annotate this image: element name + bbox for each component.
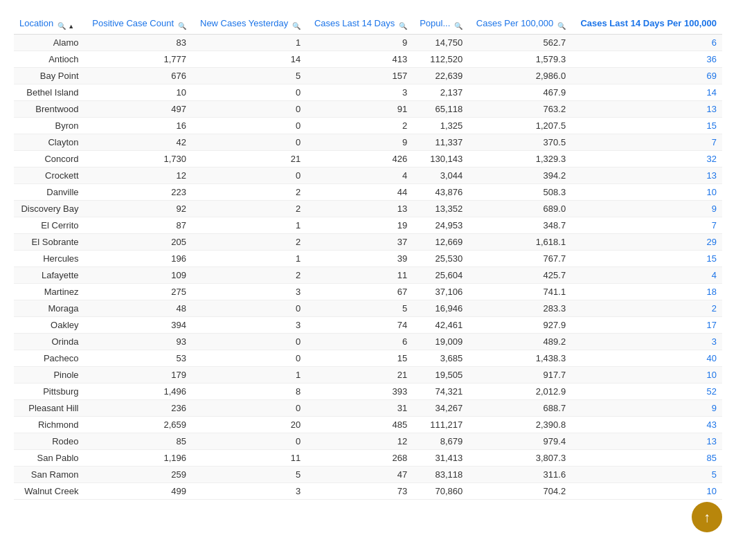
cell-cases_last_14_days_per_100000-15: 18	[571, 283, 722, 300]
cell-popul-5: 1,325	[413, 117, 468, 134]
cell-cases_last_14_days-0: 9	[306, 34, 413, 51]
cell-cases_per_100000-19: 1,438.3	[468, 350, 571, 366]
cell-popul-1: 112,520	[413, 51, 468, 67]
cell-cases_last_14_days_per_100000-21: 52	[571, 383, 722, 399]
cell-popul-15: 37,106	[413, 283, 468, 300]
cell-location-2: Bay Point	[14, 67, 84, 84]
cell-new_cases_yesterday-0: 1	[192, 34, 306, 51]
search-icon-popul[interactable]: 🔍	[454, 22, 463, 30]
cell-location-25: San Pablo	[14, 449, 84, 466]
cell-positive_case_count-27: 499	[84, 482, 192, 499]
cell-cases_last_14_days-3: 3	[306, 84, 413, 100]
cell-popul-9: 43,876	[413, 183, 468, 200]
cell-cases_last_14_days-21: 393	[306, 383, 413, 399]
cell-positive_case_count-22: 236	[84, 399, 192, 416]
cell-cases_per_100000-6: 370.5	[468, 134, 571, 150]
cell-popul-20: 19,505	[413, 366, 468, 383]
cell-cases_last_14_days_per_100000-17: 17	[571, 316, 722, 333]
table-row: Pacheco530153,6851,438.340	[14, 350, 722, 366]
cell-positive_case_count-9: 223	[84, 183, 192, 200]
search-icon-cases_last_14_days[interactable]: 🔍	[399, 22, 407, 30]
cell-location-19: Pacheco	[14, 350, 84, 366]
cell-new_cases_yesterday-4: 0	[192, 100, 306, 117]
cell-cases_per_100000-21: 2,012.9	[468, 383, 571, 399]
sort-icon-location[interactable]: ▲	[68, 23, 74, 30]
cell-cases_per_100000-0: 562.7	[468, 34, 571, 51]
table-row: Concord1,73021426130,1431,329.332	[14, 150, 722, 167]
cell-popul-16: 16,946	[413, 300, 468, 316]
table-row: Brentwood49709165,118763.213	[14, 100, 722, 117]
cell-location-13: Hercules	[14, 250, 84, 267]
cell-cases_per_100000-27: 704.2	[468, 482, 571, 499]
scroll-to-top-button[interactable]: ↑	[692, 502, 722, 532]
search-icon-new_cases_yesterday[interactable]: 🔍	[292, 22, 300, 30]
cell-cases_last_14_days-8: 4	[306, 167, 413, 183]
cell-cases_last_14_days-15: 67	[306, 283, 413, 300]
cell-cases_per_100000-22: 688.7	[468, 399, 571, 416]
cell-cases_last_14_days-2: 157	[306, 67, 413, 84]
cell-cases_last_14_days-18: 6	[306, 333, 413, 350]
cell-cases_last_14_days-9: 44	[306, 183, 413, 200]
search-icon-positive_case_count[interactable]: 🔍	[178, 22, 186, 30]
cell-positive_case_count-6: 42	[84, 134, 192, 150]
cell-location-20: Pinole	[14, 366, 84, 383]
cell-new_cases_yesterday-24: 0	[192, 433, 306, 449]
cell-cases_last_14_days_per_100000-22: 9	[571, 399, 722, 416]
cell-popul-3: 2,137	[413, 84, 468, 100]
cell-popul-26: 83,118	[413, 466, 468, 482]
cell-new_cases_yesterday-5: 0	[192, 117, 306, 134]
cell-location-4: Brentwood	[14, 100, 84, 117]
cell-positive_case_count-17: 394	[84, 316, 192, 333]
table-row: Walnut Creek49937370,860704.210	[14, 482, 722, 499]
table-row: Moraga480516,946283.32	[14, 300, 722, 316]
cell-popul-10: 13,352	[413, 200, 468, 217]
cell-cases_per_100000-3: 467.9	[468, 84, 571, 100]
table-row: El Sobrante20523712,6691,618.129	[14, 233, 722, 250]
cell-new_cases_yesterday-6: 0	[192, 134, 306, 150]
cell-cases_last_14_days_per_100000-6: 7	[571, 134, 722, 150]
cell-positive_case_count-15: 275	[84, 283, 192, 300]
table-row: San Pablo1,1961126831,4133,807.385	[14, 449, 722, 466]
cell-positive_case_count-13: 196	[84, 250, 192, 267]
cell-new_cases_yesterday-16: 0	[192, 300, 306, 316]
cell-location-23: Richmond	[14, 416, 84, 433]
cell-cases_per_100000-18: 489.2	[468, 333, 571, 350]
table-row: Pleasant Hill23603134,267688.79	[14, 399, 722, 416]
table-row: Orinda930619,009489.23	[14, 333, 722, 350]
search-icon-cases_per_100000[interactable]: 🔍	[557, 22, 566, 30]
cell-positive_case_count-5: 16	[84, 117, 192, 134]
cell-new_cases_yesterday-8: 0	[192, 167, 306, 183]
cell-cases_last_14_days_per_100000-5: 15	[571, 117, 722, 134]
main-container: Location🔍▲Positive Case Count🔍New Cases …	[0, 0, 736, 560]
col-header-cases_last_14_days_per_100000: Cases Last 14 Days Per 100,000	[580, 18, 717, 30]
col-header-location: Location	[19, 18, 53, 30]
cell-positive_case_count-21: 1,496	[84, 383, 192, 399]
cell-cases_per_100000-23: 2,390.8	[468, 416, 571, 433]
cell-new_cases_yesterday-21: 8	[192, 383, 306, 399]
cell-cases_last_14_days-22: 31	[306, 399, 413, 416]
cell-popul-7: 130,143	[413, 150, 468, 167]
cell-cases_last_14_days-10: 13	[306, 200, 413, 217]
cell-positive_case_count-0: 83	[84, 34, 192, 51]
cell-cases_per_100000-12: 1,618.1	[468, 233, 571, 250]
cell-cases_per_100000-5: 1,207.5	[468, 117, 571, 134]
cell-popul-24: 8,679	[413, 433, 468, 449]
cell-new_cases_yesterday-25: 11	[192, 449, 306, 466]
cell-location-12: El Sobrante	[14, 233, 84, 250]
cell-positive_case_count-3: 10	[84, 84, 192, 100]
cell-new_cases_yesterday-1: 14	[192, 51, 306, 67]
cell-cases_last_14_days-26: 47	[306, 466, 413, 482]
cell-popul-27: 70,860	[413, 482, 468, 499]
cell-location-11: El Cerrito	[14, 217, 84, 233]
cell-cases_last_14_days-27: 73	[306, 482, 413, 499]
cell-cases_last_14_days_per_100000-7: 32	[571, 150, 722, 167]
cell-cases_last_14_days_per_100000-24: 13	[571, 433, 722, 449]
col-header-cases_last_14_days: Cases Last 14 Days	[314, 18, 395, 30]
search-icon-location[interactable]: 🔍	[57, 22, 66, 30]
cell-popul-21: 74,321	[413, 383, 468, 399]
cell-positive_case_count-7: 1,730	[84, 150, 192, 167]
cell-cases_last_14_days_per_100000-4: 13	[571, 100, 722, 117]
cell-cases_per_100000-20: 917.7	[468, 366, 571, 383]
cell-popul-12: 12,669	[413, 233, 468, 250]
cell-cases_last_14_days-6: 9	[306, 134, 413, 150]
